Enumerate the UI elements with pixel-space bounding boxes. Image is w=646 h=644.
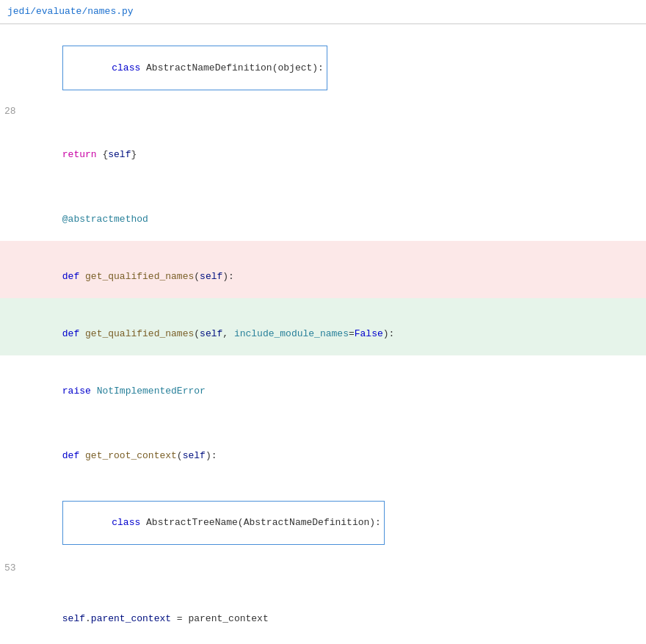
- line-number: 53: [4, 561, 28, 576]
- file-header: jedi/evaluate/names.py: [0, 0, 646, 24]
- line-number: 28: [4, 104, 28, 119]
- line-content: return {self}: [28, 119, 642, 176]
- line-content: raise NotImplementedError: [28, 355, 642, 413]
- line-content: def get_qualified_names(self, include_mo…: [28, 298, 642, 355]
- code-container: class AbstractNameDefinition(object): 28…: [0, 24, 646, 645]
- line-content: self.tree_name = tree_name: [28, 640, 642, 645]
- line-content: class AbstractTreeName(AbstractNameDefin…: [28, 486, 642, 560]
- line-content: class AbstractNameDefinition(object):: [28, 32, 642, 105]
- line-content: self.parent_context = parent_context: [28, 583, 642, 640]
- file-path: jedi/evaluate/names.py: [7, 6, 134, 17]
- line-content: @abstractmethod: [28, 184, 642, 241]
- line-content: def get_qualified_names(self):: [28, 241, 642, 298]
- line-content: def get_root_context(self):: [28, 420, 642, 477]
